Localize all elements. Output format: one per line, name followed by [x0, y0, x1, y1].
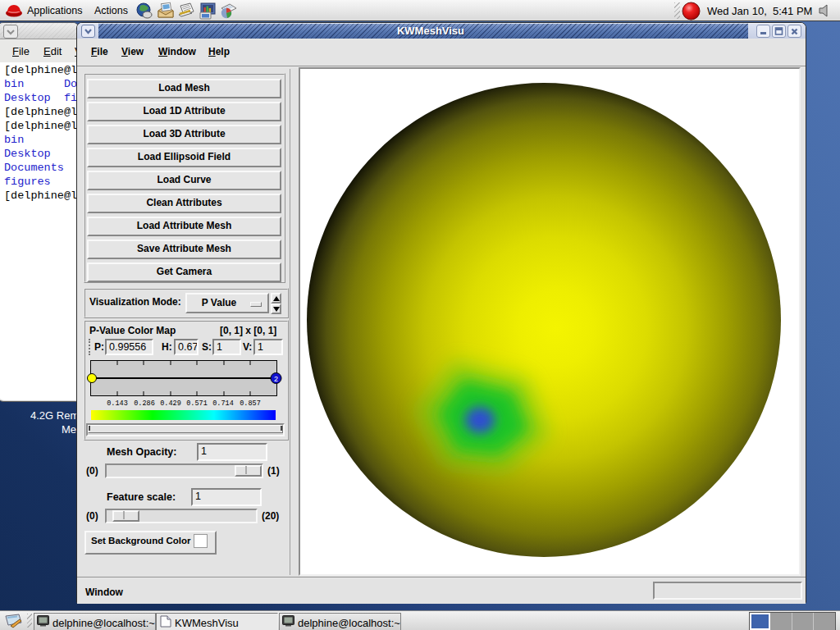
svg-text:2: 2 [274, 375, 278, 383]
